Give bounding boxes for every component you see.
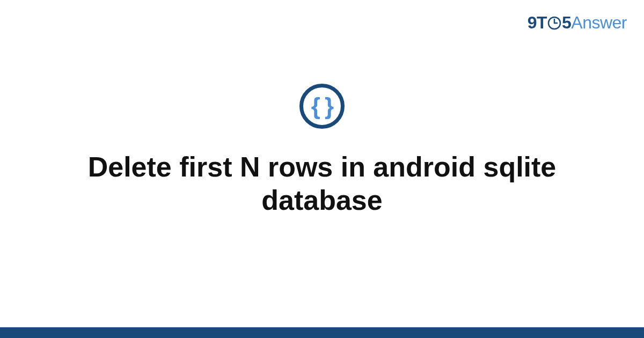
code-braces-icon: { } [311, 94, 333, 118]
main-content: { } Delete first N rows in android sqlit… [0, 0, 644, 338]
category-badge: { } [299, 84, 345, 129]
page-title: Delete first N rows in android sqlite da… [80, 150, 564, 217]
footer-accent-bar [0, 327, 644, 338]
